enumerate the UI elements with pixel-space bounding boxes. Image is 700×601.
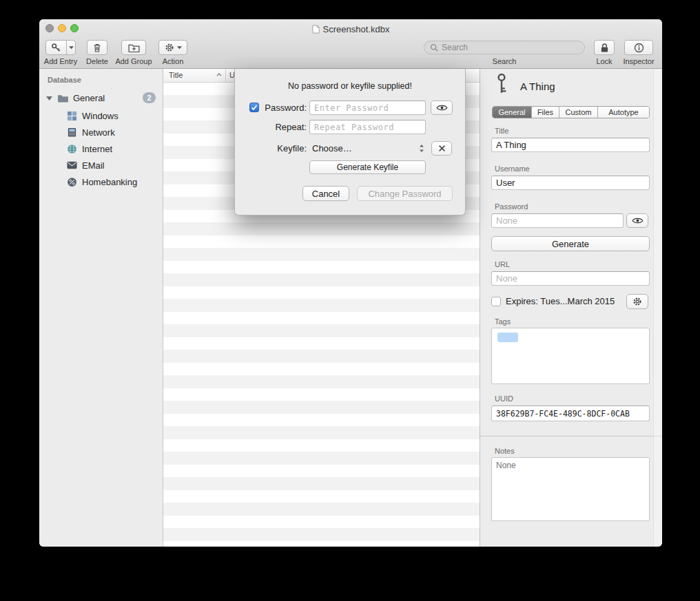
envelope-icon <box>67 161 77 169</box>
stepper-icon <box>419 144 424 153</box>
eye-icon <box>632 217 644 224</box>
repeat-label: Repeat: <box>261 122 307 132</box>
window-chrome: Screenshot.kdbx Add Entry <box>39 19 662 69</box>
repeat-password-field[interactable] <box>309 120 426 134</box>
app-window: Screenshot.kdbx Add Entry <box>39 19 662 547</box>
title-field[interactable] <box>491 138 650 152</box>
keyfile-popup-value: Choose… <box>312 143 352 154</box>
tab-files[interactable]: Files <box>532 107 559 118</box>
sidebar-item-email[interactable]: EMail <box>39 157 163 173</box>
sidebar-section-header: Database <box>48 76 81 84</box>
url-field[interactable] <box>491 271 650 286</box>
delete-button[interactable] <box>87 40 107 55</box>
disclosure-triangle-icon[interactable] <box>46 96 52 101</box>
password-checkbox[interactable] <box>249 103 259 112</box>
sidebar-item-homebanking[interactable]: Homebanking <box>39 173 163 190</box>
info-icon <box>634 43 644 53</box>
lock-button[interactable] <box>594 40 615 55</box>
inspector-scrollbar[interactable] <box>653 69 662 547</box>
tab-autotype[interactable]: Autotype <box>598 107 649 118</box>
search-icon <box>430 43 438 52</box>
add-entry-button[interactable] <box>45 40 76 55</box>
password-field[interactable] <box>491 213 624 228</box>
url-label: URL <box>495 260 510 268</box>
reveal-password-button[interactable] <box>431 101 453 115</box>
notes-label: Notes <box>495 447 515 455</box>
username-label: Username <box>495 165 530 173</box>
sidebar-item-windows[interactable]: Windows <box>39 107 163 124</box>
key-icon <box>493 73 511 95</box>
expires-checkbox[interactable] <box>491 297 501 306</box>
username-field[interactable] <box>491 176 650 190</box>
tab-custom[interactable]: Custom <box>559 107 598 118</box>
keyfile-label: Keyfile: <box>261 143 307 154</box>
check-icon <box>251 104 258 111</box>
group-label: General <box>73 93 105 103</box>
trash-icon <box>92 43 102 53</box>
uuid-label: UUID <box>495 394 513 403</box>
gear-icon <box>632 297 642 306</box>
column-divider[interactable] <box>225 69 226 82</box>
notes-field[interactable] <box>491 457 650 521</box>
group-label: Internet <box>82 144 112 154</box>
generate-button[interactable]: Generate <box>491 236 650 251</box>
sidebar-item-general[interactable]: General 2 <box>39 89 163 106</box>
windows-icon <box>67 111 77 121</box>
enter-password-field[interactable] <box>309 101 426 115</box>
expires-settings-button[interactable] <box>626 294 648 309</box>
reveal-password-button[interactable] <box>626 213 648 228</box>
clear-keyfile-button[interactable] <box>431 141 452 156</box>
add-group-label: Add Group <box>113 57 154 65</box>
generate-keyfile-button[interactable]: Generate Keyfile <box>309 160 426 174</box>
window-title: Screenshot.kdbx <box>39 23 662 35</box>
group-label: Homebanking <box>82 177 137 187</box>
cancel-button[interactable]: Cancel <box>302 186 349 201</box>
group-sidebar: Database General 2 Windows <box>39 69 163 547</box>
search-input[interactable] <box>442 43 579 52</box>
group-label: Network <box>82 127 115 138</box>
sidebar-item-network[interactable]: Network <box>39 124 163 140</box>
entry-title: A Thing <box>520 81 555 92</box>
lock-label: Lock <box>590 57 618 65</box>
search-label: Search <box>484 57 525 65</box>
action-button[interactable] <box>158 40 187 55</box>
action-label: Action <box>159 57 187 65</box>
title-label: Title <box>495 127 508 135</box>
change-password-sheet: No password or keyfile supplied! Passwor… <box>234 69 466 215</box>
close-icon <box>438 145 446 152</box>
search-field[interactable] <box>424 41 585 54</box>
tags-field[interactable] <box>491 328 650 384</box>
folder-plus-icon <box>128 43 140 52</box>
percent-coin-icon <box>67 177 77 187</box>
inspector-panel: A Thing General Files Custom Autotype Ti… <box>480 69 662 547</box>
uuid-field[interactable] <box>491 405 650 421</box>
tab-general[interactable]: General <box>493 107 532 118</box>
group-label: EMail <box>82 160 105 171</box>
inspector-button[interactable] <box>624 40 653 55</box>
toolbar: Add Entry Delete Add Group <box>39 37 662 69</box>
lock-icon <box>600 43 609 53</box>
expires-label: Expires: Tues...March 2015 <box>506 296 615 306</box>
change-password-button[interactable]: Change Password <box>357 186 453 201</box>
document-icon <box>312 25 320 34</box>
delete-label: Delete <box>83 57 111 65</box>
eye-icon <box>436 104 448 112</box>
password-label: Password: <box>261 103 307 113</box>
column-header-title[interactable]: Title <box>169 71 183 79</box>
add-group-button[interactable] <box>121 40 146 55</box>
password-label: Password <box>495 202 528 211</box>
inspector-label: Inspector <box>621 57 656 65</box>
sort-ascending-icon[interactable] <box>216 73 222 76</box>
tags-label: Tags <box>495 317 511 326</box>
sidebar-item-internet[interactable]: Internet <box>39 140 163 157</box>
add-entry-label: Add Entry <box>41 57 80 65</box>
sheet-message: No password or keyfile supplied! <box>235 81 465 91</box>
key-icon <box>46 41 66 54</box>
group-label: Windows <box>82 111 119 121</box>
inspector-divider <box>480 436 662 436</box>
tag-token[interactable] <box>497 333 518 342</box>
network-icon <box>67 127 77 138</box>
chevron-down-icon <box>177 46 182 50</box>
chevron-down-icon[interactable] <box>66 41 75 54</box>
keyfile-popup[interactable]: Choose… <box>309 141 426 156</box>
